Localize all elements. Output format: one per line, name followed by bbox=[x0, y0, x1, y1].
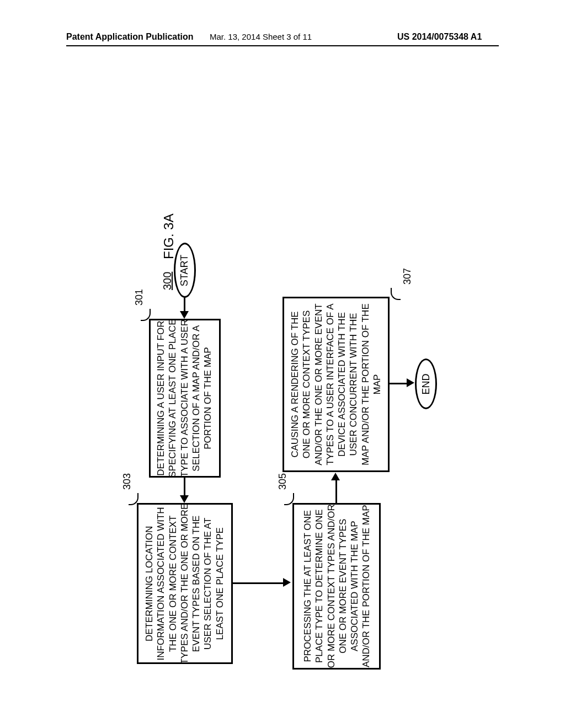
start-node: START bbox=[174, 243, 196, 298]
arrow-icon bbox=[283, 578, 291, 587]
figure-area: FIG. 3A 300 START DETERMINING A USER INP… bbox=[66, 88, 499, 673]
end-node: END bbox=[415, 358, 437, 409]
header-rule bbox=[66, 45, 499, 46]
step-307: CAUSING A RENDERING OF THEONE OR MORE CO… bbox=[282, 297, 390, 472]
ref-303: 303 bbox=[121, 473, 133, 490]
header-center: Mar. 13, 2014 Sheet 3 of 11 bbox=[210, 32, 312, 41]
step-307-text: CAUSING A RENDERING OF THEONE OR MORE CO… bbox=[289, 303, 383, 465]
connector bbox=[233, 582, 286, 584]
ref-301: 301 bbox=[134, 289, 145, 306]
step-301: DETERMINING A USER INPUT FORSPECIFYING A… bbox=[149, 319, 221, 478]
step-303-text: DETERMINING LOCATIONINFORMATION ASSOCIAT… bbox=[144, 503, 226, 664]
connector bbox=[335, 479, 337, 503]
arrow-icon bbox=[180, 495, 189, 503]
step-305-text: PROCESSING THE AT LEAST ONEPLACE TYPE TO… bbox=[301, 505, 372, 668]
header-right: US 2014/0075348 A1 bbox=[397, 32, 482, 42]
ref-305: 305 bbox=[277, 473, 289, 490]
end-label: END bbox=[420, 373, 432, 394]
ref-307: 307 bbox=[402, 268, 413, 285]
arrow-icon bbox=[180, 311, 189, 319]
connector bbox=[184, 298, 185, 312]
step-303: DETERMINING LOCATIONINFORMATION ASSOCIAT… bbox=[137, 503, 233, 664]
figure-title: FIG. 3A bbox=[161, 213, 177, 259]
header-left: Patent Application Publication bbox=[66, 32, 194, 42]
arrow-icon bbox=[407, 378, 414, 387]
start-label: START bbox=[179, 254, 191, 286]
step-305: PROCESSING THE AT LEAST ONEPLACE TYPE TO… bbox=[292, 503, 381, 670]
connector bbox=[184, 478, 185, 496]
page: Patent Application Publication Mar. 13, … bbox=[0, 0, 565, 728]
callout bbox=[391, 288, 401, 300]
step-301-text: DETERMINING A USER INPUT FORSPECIFYING A… bbox=[156, 319, 214, 477]
figure-number: 300 bbox=[161, 272, 174, 290]
arrow-icon bbox=[331, 473, 340, 480]
